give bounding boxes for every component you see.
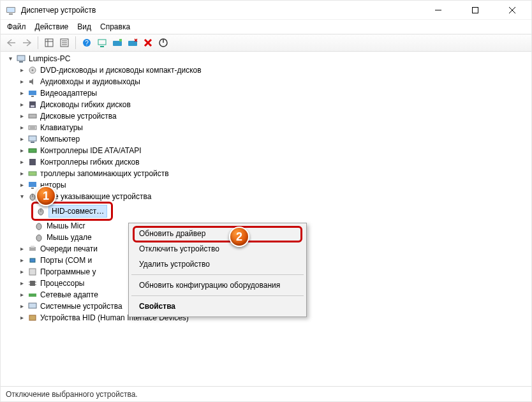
minimize-button[interactable] (425, 1, 451, 19)
toolbar-scan-icon[interactable] (95, 36, 109, 50)
toolbar: ? (1, 34, 531, 52)
computer-icon (16, 54, 26, 64)
cm-disable-device[interactable]: Отключить устройство (130, 241, 305, 257)
svg-rect-34 (31, 142, 34, 143)
tree-item[interactable]: ▸Компьютер (3, 133, 529, 145)
mouse-icon (34, 232, 44, 242)
forward-button[interactable] (20, 36, 34, 50)
software-icon (27, 267, 38, 277)
svg-rect-30 (29, 126, 36, 130)
svg-rect-1 (7, 8, 15, 12)
svg-rect-39 (31, 188, 34, 189)
menu-file[interactable]: Файл (7, 22, 26, 31)
cm-separator (131, 274, 304, 275)
svg-text:?: ? (85, 40, 89, 47)
mouse-icon (34, 221, 44, 231)
status-text: Отключение выбранного устройства. (6, 390, 138, 399)
svg-rect-17 (113, 41, 122, 46)
close-button[interactable] (499, 1, 525, 19)
storage-ctrl-icon (27, 168, 38, 179)
toolbar-update-driver-icon[interactable] (110, 36, 124, 50)
annotation-badge-2: 2 (229, 227, 249, 247)
svg-rect-19 (128, 41, 137, 46)
floppy-ctrl-icon (27, 157, 38, 167)
annotation-badge-1: 1 (36, 186, 56, 206)
network-icon (27, 290, 38, 300)
svg-rect-18 (119, 39, 122, 41)
tree-item[interactable]: ▸Видеоадаптеры (3, 87, 529, 99)
svg-rect-2 (9, 13, 13, 15)
svg-rect-28 (31, 105, 34, 107)
tree-item[interactable]: ▸Аудиовходы и аудиовыходы (3, 76, 529, 87)
tree-item[interactable]: ▸ниторы (3, 179, 529, 191)
back-button[interactable] (4, 36, 18, 50)
toolbar-disable-icon[interactable] (126, 36, 140, 50)
tree-item[interactable]: ▸DVD-дисководы и дисководы компакт-диско… (3, 64, 529, 76)
window-controls (425, 1, 526, 19)
toolbar-uninstall-icon[interactable] (141, 36, 155, 50)
tree-item-mice[interactable]: ▾иные указывающие устройства (3, 191, 529, 202)
tree-item[interactable]: ▸Контроллеры гибких дисков (3, 156, 529, 168)
cm-uninstall-device[interactable]: Удалить устройство (130, 257, 305, 272)
svg-rect-4 (473, 7, 478, 13)
svg-rect-33 (29, 136, 36, 141)
context-menu: Обновить драйвер Отключить устройство Уд… (128, 223, 307, 317)
toolbar-help-icon[interactable]: ? (80, 36, 94, 50)
tree-item[interactable]: ▸троллеры запоминающих устройств (3, 168, 529, 179)
svg-rect-22 (19, 61, 23, 63)
disk-icon (27, 111, 38, 121)
menu-view[interactable]: Вид (77, 22, 91, 31)
svg-rect-48 (30, 258, 35, 262)
svg-rect-50 (30, 281, 35, 286)
svg-rect-57 (29, 315, 36, 320)
keyboard-icon (27, 123, 38, 133)
svg-rect-25 (29, 91, 36, 95)
svg-rect-16 (98, 40, 106, 45)
tree-item[interactable]: ▸Дисковые устройства (3, 110, 529, 122)
svg-rect-36 (29, 159, 36, 165)
cm-scan-hardware[interactable]: Обновить конфигурацию оборудования (130, 278, 305, 293)
menubar: Файл Действие Вид Справка (1, 20, 531, 34)
svg-point-44 (36, 223, 41, 230)
tree-item-hid-mouse[interactable]: HID-совмест… (3, 202, 529, 220)
toolbar-view-icon[interactable] (42, 36, 56, 50)
titlebar: Диспетчер устройств (1, 1, 531, 20)
svg-rect-26 (31, 96, 34, 97)
app-icon (6, 5, 16, 15)
expand-icon[interactable]: ▾ (6, 53, 15, 64)
svg-rect-21 (17, 56, 25, 61)
display-adapter-icon (27, 88, 38, 98)
window-title: Диспетчер устройств (21, 6, 96, 15)
audio-icon (27, 77, 38, 87)
svg-rect-29 (29, 114, 36, 118)
svg-rect-56 (29, 303, 36, 308)
toolbar-enable-icon[interactable] (156, 36, 170, 50)
cpu-icon (27, 278, 38, 288)
device-manager-window: Диспетчер устройств Файл Действие Вид Сп… (0, 0, 532, 402)
port-icon (27, 255, 38, 265)
hid-icon (27, 313, 38, 323)
device-tree[interactable]: ▾ Lumpics-PC ▸DVD-дисководы и дисководы … (3, 53, 529, 383)
monitor-icon (27, 180, 38, 190)
cm-properties[interactable]: Свойства (130, 299, 305, 314)
tree-item[interactable]: ▸Клавиатуры (3, 122, 529, 133)
dvd-icon (27, 65, 38, 75)
svg-rect-38 (29, 182, 36, 187)
statusbar: Отключение выбранного устройства. (1, 386, 531, 401)
svg-rect-7 (45, 39, 53, 47)
maximize-button[interactable] (462, 1, 488, 19)
tree-item[interactable]: ▸Дисководы гибких дисков (3, 99, 529, 110)
printer-icon (27, 244, 38, 254)
svg-rect-35 (29, 149, 36, 153)
cm-update-driver[interactable]: Обновить драйвер (130, 226, 305, 241)
tree-item[interactable]: ▸Контроллеры IDE ATA/ATAPI (3, 145, 529, 156)
menu-help[interactable]: Справка (100, 22, 130, 31)
menu-action[interactable]: Действие (35, 22, 69, 31)
svg-rect-55 (29, 294, 36, 297)
svg-point-45 (36, 235, 41, 241)
cm-separator (131, 295, 304, 296)
tree-root[interactable]: ▾ Lumpics-PC (3, 53, 529, 64)
svg-rect-47 (31, 246, 34, 248)
ide-icon (27, 145, 38, 156)
toolbar-properties-icon[interactable] (57, 36, 71, 50)
